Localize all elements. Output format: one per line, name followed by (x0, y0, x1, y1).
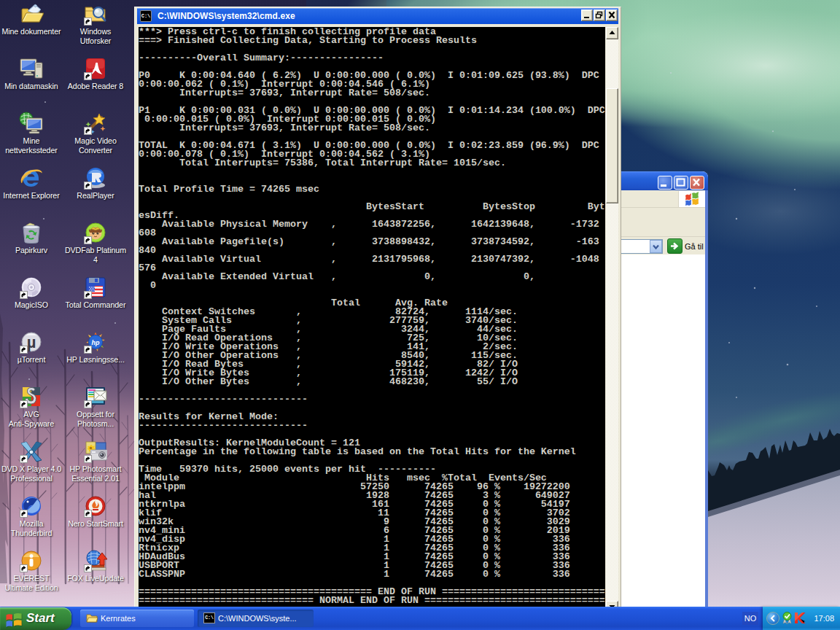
svg-text:hp: hp (92, 339, 100, 346)
svg-text:µ: µ (27, 333, 36, 351)
